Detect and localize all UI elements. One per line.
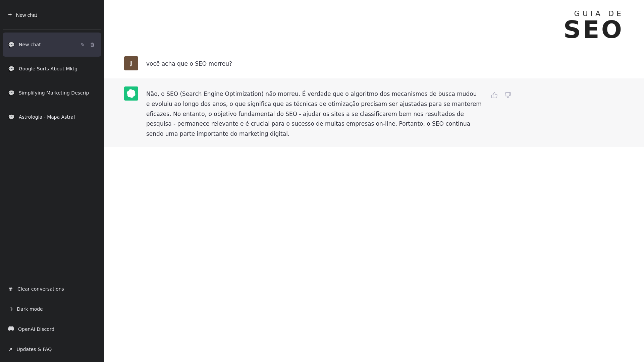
logo-container: GUIA DE SEO	[564, 10, 624, 42]
sidebar-top: + New chat	[0, 0, 104, 29]
thumbs-down-button[interactable]	[503, 90, 513, 102]
sidebar-item-astrologia[interactable]: 💬 Astrologia - Mapa Astral	[3, 105, 101, 129]
chat-history: 💬 New chat ✎ 🗑 💬 Google Surts About Mktg…	[0, 30, 104, 276]
sidebar-item-updates-faq[interactable]: ↗ Updates & FAQ	[3, 339, 101, 359]
thumbs-up-button[interactable]	[490, 90, 499, 102]
clear-conversations-label: Clear conversations	[17, 286, 64, 292]
openai-discord-label: OpenAI Discord	[18, 326, 54, 332]
new-chat-top-button[interactable]: + New chat	[3, 3, 101, 27]
sidebar-item-simplifying-marketing[interactable]: 💬 Simplifying Marketing Descrip	[3, 81, 101, 105]
main-content: GUIA DE SEO J você acha que o SEO morreu…	[104, 0, 644, 362]
moon-icon: ☽	[8, 306, 13, 312]
chat-item-actions: ✎ 🗑	[79, 41, 96, 48]
external-link-icon: ↗	[8, 346, 12, 353]
updates-faq-label: Updates & FAQ	[16, 347, 52, 352]
plus-icon: +	[8, 11, 12, 18]
trash-icon: 🗑	[8, 286, 13, 292]
messages-container: J você acha que o SEO morreu? Não, o SEO…	[104, 48, 644, 362]
sidebar-item-dark-mode[interactable]: ☽ Dark mode	[3, 299, 101, 319]
logo-header: GUIA DE SEO	[104, 0, 644, 48]
discord-icon	[8, 325, 14, 333]
chat-icon: 💬	[8, 114, 15, 120]
dark-mode-label: Dark mode	[17, 306, 43, 312]
chat-icon: 💬	[8, 42, 15, 48]
message-row-assistant: Não, o SEO (Search Engine Optimization) …	[104, 78, 644, 147]
chat-item-label: New chat	[19, 42, 75, 47]
sidebar-item-openai-discord[interactable]: OpenAI Discord	[3, 319, 101, 339]
chat-item-label: Astrologia - Mapa Astral	[19, 114, 96, 120]
sidebar-item-new-chat[interactable]: 💬 New chat ✎ 🗑	[3, 33, 101, 57]
message-row-user: J você acha que o SEO morreu?	[104, 48, 644, 78]
sidebar: + New chat 💬 New chat ✎ 🗑 💬 Google Surts…	[0, 0, 104, 362]
sidebar-item-google-surts[interactable]: 💬 Google Surts About Mktg	[3, 57, 101, 81]
sidebar-item-clear-conversations[interactable]: 🗑 Clear conversations	[3, 279, 101, 299]
edit-chat-button[interactable]: ✎	[79, 41, 86, 48]
user-avatar-letter: J	[130, 60, 132, 67]
user-avatar: J	[124, 56, 138, 70]
chat-icon: 💬	[8, 66, 15, 72]
ai-avatar	[124, 86, 138, 101]
user-message-content: você acha que o SEO morreu?	[146, 56, 482, 69]
logo-seo: SEO	[564, 17, 624, 42]
sidebar-bottom: 🗑 Clear conversations ☽ Dark mode OpenAI…	[0, 276, 104, 362]
chat-icon: 💬	[8, 90, 15, 96]
new-chat-top-label: New chat	[16, 12, 37, 18]
chat-area: GUIA DE SEO J você acha que o SEO morreu…	[104, 0, 644, 362]
chat-item-label: Simplifying Marketing Descrip	[19, 90, 96, 96]
delete-chat-button[interactable]: 🗑	[89, 41, 96, 48]
message-actions	[490, 86, 513, 102]
ai-message-content: Não, o SEO (Search Engine Optimization) …	[146, 86, 482, 139]
chat-item-label: Google Surts About Mktg	[19, 66, 96, 71]
